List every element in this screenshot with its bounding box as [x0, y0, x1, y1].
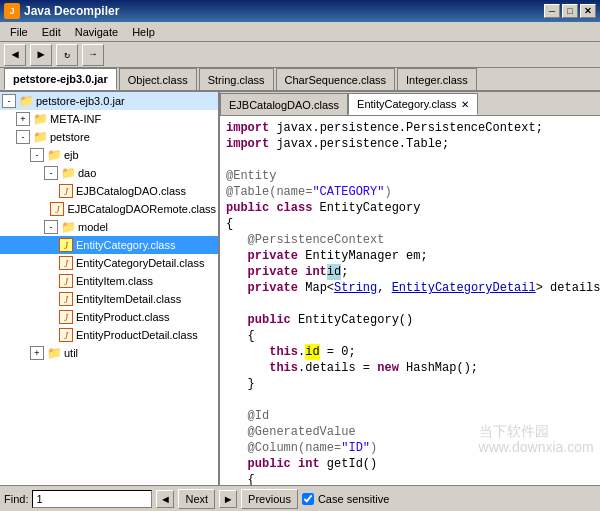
tree-label-entityitem: EntityItem.class	[76, 275, 153, 287]
tree-entityproduct[interactable]: J EntityProduct.class	[0, 308, 218, 326]
menu-file[interactable]: File	[4, 24, 34, 40]
toolbar-nav2[interactable]: →	[82, 44, 104, 66]
back-button[interactable]: ◀	[4, 44, 26, 66]
case-sensitive-label: Case sensitive	[318, 493, 390, 505]
find-prev-icon[interactable]: ◄	[156, 490, 174, 508]
tree-toggle-jar[interactable]: -	[2, 94, 16, 108]
find-prev-button[interactable]: Previous	[241, 489, 298, 509]
code-tab-close-icon[interactable]: ✕	[461, 99, 469, 110]
tree-entityitem[interactable]: J EntityItem.class	[0, 272, 218, 290]
tree-entitycategory[interactable]: J EntityCategory.class	[0, 236, 218, 254]
maximize-button[interactable]: □	[562, 4, 578, 18]
file-tab-jar-label: petstore-ejb3.0.jar	[13, 73, 108, 85]
file-tabs: petstore-ejb3.0.jar Object.class String.…	[0, 68, 600, 92]
tree-entityitemdetail[interactable]: J EntityItemDetail.class	[0, 290, 218, 308]
folder-icon-dao: 📁	[60, 165, 76, 181]
tree-toggle-dao[interactable]: -	[44, 166, 58, 180]
file-tab-jar[interactable]: petstore-ejb3.0.jar	[4, 68, 117, 90]
tree-label-entityitemdetail: EntityItemDetail.class	[76, 293, 181, 305]
menu-navigate[interactable]: Navigate	[69, 24, 124, 40]
tree-metainf[interactable]: + 📁 META-INF	[0, 110, 218, 128]
code-line-7: {	[226, 216, 600, 232]
code-line-16: this.details = new HashMap();	[226, 360, 600, 376]
tree-model[interactable]: - 📁 model	[0, 218, 218, 236]
code-line-3	[226, 152, 600, 168]
code-line-19: @Id	[226, 408, 600, 424]
code-line-12	[226, 296, 600, 312]
file-tab-charseq[interactable]: CharSequence.class	[276, 68, 396, 90]
code-line-4: @Entity	[226, 168, 600, 184]
code-line-11: private Map<String, EntityCategoryDetail…	[226, 280, 600, 296]
title-bar: J Java Decompiler ─ □ ✕	[0, 0, 600, 22]
file-tab-string-label: String.class	[208, 74, 265, 86]
tree-ejbcatalogdaoremote[interactable]: J EJBCatalogDAORemote.class	[0, 200, 218, 218]
tree-label-entityproduct: EntityProduct.class	[76, 311, 170, 323]
tree-petstore[interactable]: - 📁 petstore	[0, 128, 218, 146]
code-tab-entitycategory-label: EntityCategory.class	[357, 98, 456, 110]
tree-toggle-util[interactable]: +	[30, 346, 44, 360]
code-line-20: @GeneratedValue	[226, 424, 600, 440]
tree-ejb[interactable]: - 📁 ejb	[0, 146, 218, 164]
close-button[interactable]: ✕	[580, 4, 596, 18]
file-icon-ejbcatalogdao: J	[58, 183, 74, 199]
file-icon-entityitem: J	[58, 273, 74, 289]
file-tab-integer[interactable]: Integer.class	[397, 68, 477, 90]
code-content[interactable]: import javax.persistence.PersistenceCont…	[220, 116, 600, 485]
tree-toggle-ejb[interactable]: -	[30, 148, 44, 162]
code-line-18	[226, 392, 600, 408]
folder-icon-metainf: 📁	[32, 111, 48, 127]
tree-toggle-metainf[interactable]: +	[16, 112, 30, 126]
toolbar: ◀ ▶ ↻ →	[0, 42, 600, 68]
file-tab-object[interactable]: Object.class	[119, 68, 197, 90]
menu-edit[interactable]: Edit	[36, 24, 67, 40]
code-line-9: private EntityManager em;	[226, 248, 600, 264]
file-icon-entitycategory: J	[58, 237, 74, 253]
folder-icon-ejb: 📁	[46, 147, 62, 163]
tree-toggle-model[interactable]: -	[44, 220, 58, 234]
app-icon: J	[4, 3, 20, 19]
code-line-13: public EntityCategory()	[226, 312, 600, 328]
minimize-button[interactable]: ─	[544, 4, 560, 18]
tree-entityproductdetail[interactable]: J EntityProductDetail.class	[0, 326, 218, 344]
tree-util[interactable]: + 📁 util	[0, 344, 218, 362]
tree-label-entityproductdetail: EntityProductDetail.class	[76, 329, 198, 341]
tree-label-jar: petstore-ejb3.0.jar	[36, 95, 125, 107]
code-tabs: EJBCatalogDAO.class EntityCategory.class…	[220, 92, 600, 116]
code-line-23: {	[226, 472, 600, 485]
menu-bar: File Edit Navigate Help	[0, 22, 600, 42]
code-line-22: public int getId()	[226, 456, 600, 472]
code-line-15: this.id = 0;	[226, 344, 600, 360]
file-tab-string[interactable]: String.class	[199, 68, 274, 90]
tree-label-metainf: META-INF	[50, 113, 101, 125]
file-tree: - 📁 petstore-ejb3.0.jar + 📁 META-INF - 📁…	[0, 92, 220, 485]
folder-icon-jar: 📁	[18, 93, 34, 109]
title-bar-left: J Java Decompiler	[4, 3, 119, 19]
find-bar: Find: ◄ Next ► Previous Case sensitive	[0, 485, 600, 511]
toolbar-nav1[interactable]: ↻	[56, 44, 78, 66]
tree-ejbcatalogdao[interactable]: J EJBCatalogDAO.class	[0, 182, 218, 200]
code-tab-entitycategory[interactable]: EntityCategory.class ✕	[348, 93, 477, 115]
folder-icon-model: 📁	[60, 219, 76, 235]
file-tab-charseq-label: CharSequence.class	[285, 74, 387, 86]
code-line-10: private int id;	[226, 264, 600, 280]
case-sensitive-checkbox[interactable]	[302, 493, 314, 505]
code-line-5: @Table(name="CATEGORY")	[226, 184, 600, 200]
tree-label-ejb: ejb	[64, 149, 79, 161]
tree-label-model: model	[78, 221, 108, 233]
find-next-icon[interactable]: ►	[219, 490, 237, 508]
tree-entitycategorydetail[interactable]: J EntityCategoryDetail.class	[0, 254, 218, 272]
file-tab-integer-label: Integer.class	[406, 74, 468, 86]
file-tab-object-label: Object.class	[128, 74, 188, 86]
tree-toggle-petstore[interactable]: -	[16, 130, 30, 144]
title-bar-controls: ─ □ ✕	[544, 4, 596, 18]
forward-button[interactable]: ▶	[30, 44, 52, 66]
find-next-button[interactable]: Next	[178, 489, 215, 509]
code-tab-ejbcatalogdao[interactable]: EJBCatalogDAO.class	[220, 93, 348, 115]
menu-help[interactable]: Help	[126, 24, 161, 40]
tree-label-entitycategorydetail: EntityCategoryDetail.class	[76, 257, 204, 269]
find-input[interactable]	[32, 490, 152, 508]
tree-dao[interactable]: - 📁 dao	[0, 164, 218, 182]
tree-label-ejbcatalogdao: EJBCatalogDAO.class	[76, 185, 186, 197]
file-icon-ejbcatalogdaoremote: J	[49, 201, 65, 217]
tree-jar-root[interactable]: - 📁 petstore-ejb3.0.jar	[0, 92, 218, 110]
